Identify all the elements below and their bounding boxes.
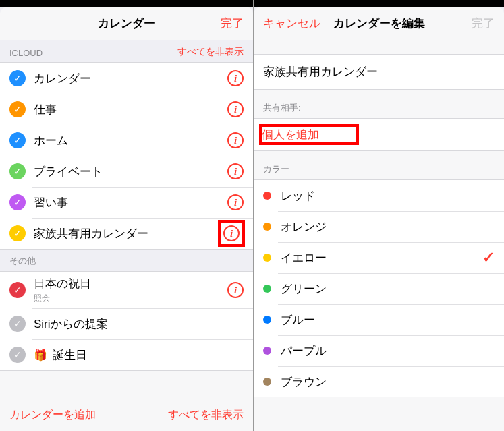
calendar-label: ホーム — [34, 133, 227, 148]
other-calendar-list: ✓日本の祝日照会i✓Siriからの提案✓🎁誕生日 — [0, 271, 253, 371]
color-row[interactable]: レッド — [254, 180, 504, 211]
checkmark-icon: ✓ — [482, 249, 495, 266]
color-dot-icon — [263, 223, 271, 231]
calendar-label: プライベート — [34, 164, 227, 179]
info-icon[interactable]: i — [227, 163, 244, 179]
calendar-row[interactable]: ✓日本の祝日照会i — [0, 272, 253, 308]
calendar-row[interactable]: ✓家族共有用カレンダーi — [0, 218, 253, 249]
cancel-button[interactable]: キャンセル — [263, 16, 320, 31]
color-dot-icon — [263, 347, 271, 355]
color-dot-icon — [263, 192, 271, 200]
calendar-label: 誕生日 — [53, 347, 244, 363]
color-dot-icon — [263, 254, 271, 262]
add-calendar-button[interactable]: カレンダーを追加 — [9, 408, 96, 422]
share-section-label: 共有相手: — [254, 90, 504, 118]
info-icon[interactable]: i — [227, 132, 244, 148]
color-dot-icon — [263, 316, 271, 324]
check-circle-icon[interactable]: ✓ — [9, 132, 26, 148]
info-icon[interactable]: i — [227, 70, 244, 86]
check-circle-icon[interactable]: ✓ — [9, 70, 26, 86]
calendar-label: 習い事 — [34, 195, 227, 210]
color-label: イエロー — [281, 250, 482, 266]
birthday-icon: 🎁 — [34, 349, 47, 362]
calendar-row[interactable]: ✓習い事i — [0, 187, 253, 218]
info-highlight: i — [219, 221, 244, 246]
calendar-sublabel: 照会 — [34, 293, 227, 304]
calendar-row[interactable]: ✓仕事i — [0, 94, 253, 125]
check-circle-icon[interactable]: ✓ — [9, 225, 26, 241]
color-dot-icon — [263, 378, 271, 386]
hide-all-button[interactable]: すべてを非表示 — [168, 408, 244, 422]
info-icon[interactable]: i — [227, 101, 244, 117]
info-icon[interactable]: i — [223, 225, 240, 241]
check-circle-icon[interactable]: ✓ — [9, 194, 26, 210]
section-header-icloud: ICLOUD すべてを非表示 — [0, 40, 253, 62]
section-header-other: その他 — [0, 250, 253, 271]
section-label-other: その他 — [9, 255, 36, 267]
color-row[interactable]: ブルー — [254, 304, 504, 335]
calendar-row[interactable]: ✓プライベートi — [0, 156, 253, 187]
calendar-label: Siriからの提案 — [34, 316, 244, 332]
add-person-label: 個人を追加 — [262, 128, 319, 141]
calendar-label: 家族共有用カレンダー — [34, 226, 219, 241]
check-circle-icon[interactable]: ✓ — [9, 347, 26, 363]
calendar-label: 日本の祝日 — [34, 276, 227, 291]
color-list: レッドオレンジイエロー✓グリーンブルーパープルブラウン — [254, 179, 504, 397]
color-row[interactable]: グリーン — [254, 273, 504, 304]
color-label: ブラウン — [281, 374, 495, 390]
page-title: カレンダー — [0, 16, 253, 31]
check-circle-icon[interactable]: ✓ — [9, 316, 26, 332]
hide-all-link[interactable]: すべてを非表示 — [177, 46, 244, 58]
color-label: パープル — [281, 343, 495, 359]
color-row[interactable]: オレンジ — [254, 211, 504, 242]
calendar-label: カレンダー — [34, 71, 227, 86]
color-label: オレンジ — [281, 219, 495, 235]
info-icon[interactable]: i — [227, 194, 244, 210]
add-person-row[interactable]: 個人を追加 — [254, 118, 504, 151]
icloud-calendar-list: ✓カレンダーi✓仕事i✓ホームi✓プライベートi✓習い事i✓家族共有用カレンダー… — [0, 62, 253, 250]
color-dot-icon — [263, 285, 271, 293]
info-icon[interactable]: i — [227, 282, 244, 298]
toolbar: カレンダーを追加 すべてを非表示 — [0, 399, 253, 431]
calendar-row[interactable]: ✓🎁誕生日 — [0, 339, 253, 370]
calendar-label: 仕事 — [34, 102, 227, 117]
add-person-highlight: 個人を追加 — [262, 127, 356, 142]
color-label: グリーン — [281, 281, 495, 297]
color-row[interactable]: イエロー✓ — [254, 242, 504, 273]
calendar-list-pane: カレンダー 完了 ICLOUD すべてを非表示 ✓カレンダーi✓仕事i✓ホームi… — [0, 0, 254, 431]
color-label: レッド — [281, 188, 495, 204]
done-button-right: 完了 — [472, 16, 495, 31]
calendar-row[interactable]: ✓カレンダーi — [0, 63, 253, 94]
navbar-right: キャンセル カレンダーを編集 完了 — [254, 7, 504, 40]
check-circle-icon[interactable]: ✓ — [9, 101, 26, 117]
navbar-left: カレンダー 完了 — [0, 7, 253, 40]
color-row[interactable]: パープル — [254, 335, 504, 366]
color-label: ブルー — [281, 312, 495, 328]
check-circle-icon[interactable]: ✓ — [9, 282, 26, 298]
edit-calendar-pane: キャンセル カレンダーを編集 完了 家族共有用カレンダー 共有相手: 個人を追加… — [254, 0, 504, 431]
calendar-row[interactable]: ✓ホームi — [0, 125, 253, 156]
done-button[interactable]: 完了 — [221, 16, 244, 31]
color-section-label: カラー — [254, 151, 504, 179]
calendar-row[interactable]: ✓Siriからの提案 — [0, 308, 253, 339]
section-label-icloud: ICLOUD — [9, 48, 43, 58]
color-row[interactable]: ブラウン — [254, 366, 504, 397]
check-circle-icon[interactable]: ✓ — [9, 163, 26, 179]
calendar-name-field[interactable]: 家族共有用カレンダー — [254, 54, 504, 90]
